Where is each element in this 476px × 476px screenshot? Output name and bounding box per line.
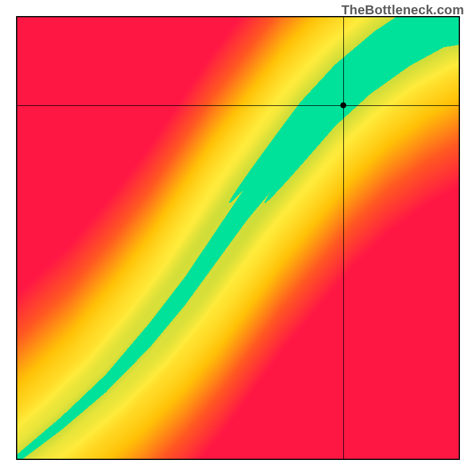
marker-point bbox=[340, 102, 346, 108]
crosshair-vertical bbox=[343, 17, 344, 459]
heatmap-plot bbox=[16, 16, 460, 460]
chart-container: TheBottleneck.com bbox=[0, 0, 476, 476]
heatmap-canvas bbox=[17, 17, 459, 459]
crosshair-horizontal bbox=[17, 105, 459, 106]
